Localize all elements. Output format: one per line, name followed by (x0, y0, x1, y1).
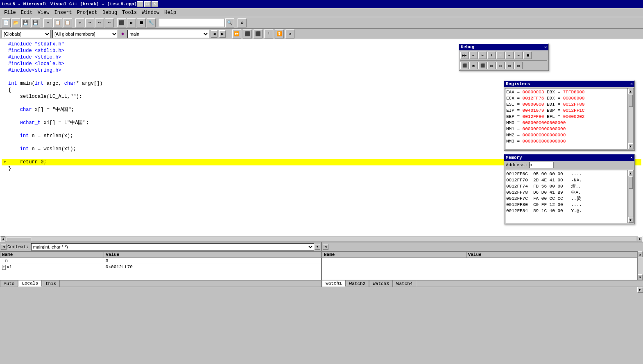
save-all-button[interactable]: 💾 (31, 18, 40, 27)
menu-insert[interactable]: Insert (52, 9, 74, 16)
tab-this[interactable]: this (42, 280, 60, 287)
watch-vscroll[interactable]: ▲ ▼ (637, 251, 643, 280)
stop-button[interactable]: ⏹ (137, 18, 146, 27)
reg-scroll-track[interactable] (629, 95, 633, 143)
members-select[interactable]: [All global members] (52, 30, 118, 38)
watch-name-empty[interactable] (322, 258, 466, 280)
debug-btn-15[interactable]: ▨ (514, 62, 523, 69)
nav-bar: [Globals] [All global members] ◆ main ◀ … (0, 29, 643, 39)
debug-btn-2[interactable]: ↩ (469, 52, 478, 59)
tab-watch4[interactable]: Watch4 (393, 280, 417, 287)
debug-btn-8[interactable]: ⏹ (523, 52, 532, 59)
minimize-button[interactable]: _ (137, 1, 143, 7)
nav-debug5[interactable]: ⏬ (275, 29, 284, 38)
mem-scroll-down[interactable]: ▼ (628, 217, 633, 223)
nav-debug6[interactable]: ↺ (285, 29, 294, 38)
nav-debug4[interactable]: ! (264, 29, 273, 38)
nav-debug1[interactable]: ⏩ (232, 29, 241, 38)
debug-btn-9[interactable]: ⬛ (460, 62, 469, 69)
mem-row-2: 0012FF70 2D 4E 41 00 -NA. (506, 177, 632, 183)
watch-control-btn[interactable]: ◀ (323, 244, 328, 250)
mem-scroll-up[interactable]: ▲ (628, 170, 633, 176)
code-hscroll-track[interactable] (7, 237, 636, 241)
nav-debug2[interactable]: ⬛ (243, 29, 252, 38)
menu-edit[interactable]: Edit (18, 9, 35, 16)
find-button[interactable]: 🔍 (225, 18, 234, 27)
debug-btn-11[interactable]: ⬛ (478, 62, 487, 69)
open-button[interactable]: 📂 (11, 18, 20, 27)
menu-tools[interactable]: Tools (120, 9, 139, 16)
memory-close-button[interactable]: ✕ (630, 155, 633, 160)
nav-debug3[interactable]: ⬛ (254, 29, 263, 38)
run-button[interactable]: ▶ (127, 18, 136, 27)
locals-control-btn[interactable]: ◀ (1, 244, 7, 250)
debug-btn-14[interactable]: ▧ (505, 62, 514, 69)
registers-title-label: Registers (506, 81, 530, 86)
tab-watch1[interactable]: Watch1 (322, 280, 346, 287)
bottom-hscroll[interactable]: ▶ (0, 287, 643, 292)
context-dropdown-btn[interactable]: ▼ (315, 244, 320, 250)
mem-scroll-thumb[interactable] (629, 176, 633, 189)
nav-btn2[interactable]: ▶ (219, 30, 226, 38)
function-select[interactable]: main (127, 30, 209, 38)
memory-scrollbar[interactable]: ▲ ▼ (627, 170, 633, 223)
redo2-button[interactable]: ↪ (105, 18, 114, 27)
code-hscroll[interactable]: ▲ ▲ (0, 236, 643, 242)
debug-btn-5[interactable]: → (496, 52, 505, 59)
save-button[interactable]: 💾 (21, 18, 30, 27)
context-select[interactable]: main(int, char * *) (31, 243, 314, 251)
maximize-button[interactable]: □ (144, 1, 151, 7)
menu-help[interactable]: Help (162, 9, 179, 16)
menu-debug[interactable]: Debug (100, 9, 120, 16)
memory-panel-title[interactable]: Memory ✕ (504, 154, 634, 161)
registers-panel-title[interactable]: Registers ✕ (504, 81, 634, 87)
new-button[interactable]: 📄 (2, 18, 11, 27)
code-scroll-left[interactable]: ▲ (0, 236, 5, 242)
debug-btn-12[interactable]: ▤ (487, 62, 496, 69)
copy-button[interactable]: 📋 (53, 18, 62, 27)
debug-btn-6[interactable]: ↩ (505, 52, 514, 59)
reg-scroll-down[interactable]: ▼ (628, 143, 633, 149)
watch-scroll-down[interactable]: ▼ (638, 274, 643, 280)
menu-file[interactable]: File (2, 9, 18, 16)
code-scroll-right[interactable]: ▲ (638, 236, 643, 242)
debug-close-button[interactable]: ✕ (544, 45, 547, 50)
menu-project[interactable]: Project (75, 9, 100, 16)
debug-panel-title[interactable]: Debug ✕ (459, 44, 548, 50)
extra-button[interactable]: ⚙ (238, 18, 247, 27)
tab-auto[interactable]: Auto (0, 280, 18, 287)
close-button[interactable]: × (152, 1, 158, 7)
paste-button[interactable]: 📋 (63, 18, 72, 27)
reg-scroll-thumb[interactable] (629, 95, 633, 107)
debug-btn-7[interactable]: ↪ (514, 52, 523, 59)
hscroll-right[interactable]: ▶ (637, 287, 643, 293)
undo-button[interactable]: ↩ (75, 18, 84, 27)
debug-btn-3[interactable]: ↪ (478, 52, 487, 59)
debug-btn-1[interactable]: ▶▶ (460, 52, 469, 59)
menu-view[interactable]: View (35, 9, 52, 16)
wizard-button[interactable]: 🔧 (147, 18, 156, 27)
menu-window[interactable]: Window (139, 9, 162, 16)
expand-icon-x1[interactable]: + (2, 265, 6, 270)
tab-watch3[interactable]: Watch3 (369, 280, 393, 287)
mem-scroll-track[interactable] (629, 176, 633, 217)
tab-watch2[interactable]: Watch2 (346, 280, 369, 287)
scope-select[interactable]: [Globals] (2, 30, 51, 38)
debug-btn-13[interactable]: ◫ (496, 62, 505, 69)
nav-btn1[interactable]: ◀ (211, 30, 217, 38)
registers-close-button[interactable]: ✕ (630, 81, 633, 86)
tab-locals[interactable]: Locals (18, 280, 42, 287)
watch-scroll-up[interactable]: ▲ (638, 251, 643, 257)
build-button[interactable]: ⬛ (117, 18, 126, 27)
undo2-button[interactable]: ↩ (85, 18, 94, 27)
address-input[interactable] (529, 162, 554, 168)
debug-btn-4[interactable]: ⬆ (487, 52, 496, 59)
reg-scroll-up[interactable]: ▲ (628, 88, 633, 94)
registers-scrollbar[interactable]: ▲ ▼ (627, 88, 633, 149)
redo-button[interactable]: ↪ (95, 18, 104, 27)
debug-btn-10[interactable]: ▣ (469, 62, 478, 69)
build-input[interactable] (159, 19, 224, 27)
watch-scroll-track[interactable] (638, 257, 643, 274)
cut-button[interactable]: ✂ (43, 18, 52, 27)
code-hscroll-thumb[interactable] (7, 237, 31, 241)
